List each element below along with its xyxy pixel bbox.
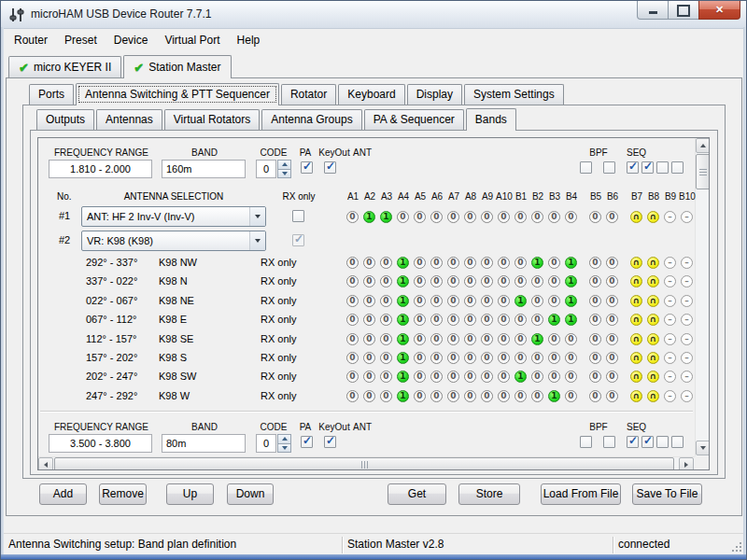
ant-state-indicator-A7[interactable]: 0 bbox=[447, 333, 459, 345]
ant-state-indicator-A3[interactable]: 0 bbox=[380, 371, 392, 383]
tab-rotator[interactable]: Rotator bbox=[281, 84, 336, 105]
ant-state-indicator-B10[interactable]: – bbox=[681, 257, 693, 269]
band-input[interactable] bbox=[162, 434, 246, 453]
ant-state-indicator-A10[interactable]: 0 bbox=[498, 371, 510, 383]
down-button[interactable]: Down bbox=[227, 483, 274, 505]
ant-state-indicator-A10[interactable]: 0 bbox=[498, 390, 510, 402]
ant-state-indicator-B10[interactable]: – bbox=[681, 333, 693, 345]
ant-state-indicator-A8[interactable]: 0 bbox=[464, 390, 476, 402]
ant-state-indicator-B7[interactable]: ∩ bbox=[630, 333, 642, 345]
seq-checkbox-1[interactable] bbox=[627, 436, 639, 448]
ant-state-indicator-B1[interactable]: 1 bbox=[514, 371, 527, 383]
code-input[interactable] bbox=[256, 434, 276, 453]
ant-state-indicator-A2[interactable]: 0 bbox=[363, 371, 375, 383]
device-tab-station-master[interactable]: ✔Station Master bbox=[123, 55, 231, 78]
ant-state-indicator-A9[interactable]: 0 bbox=[481, 352, 493, 364]
frequency-range-input[interactable] bbox=[49, 160, 152, 178]
ant-state-indicator-B6[interactable]: 0 bbox=[606, 333, 618, 345]
rx-only-checkbox[interactable] bbox=[292, 210, 304, 222]
ant-state-indicator-B4[interactable]: 0 bbox=[565, 352, 577, 364]
ant-state-indicator-A3[interactable]: 1 bbox=[380, 211, 392, 223]
ant-state-indicator-B6[interactable]: 0 bbox=[606, 275, 618, 287]
ant-state-indicator-B3[interactable]: 1 bbox=[548, 390, 560, 402]
ant-state-indicator-B8[interactable]: ∩ bbox=[647, 275, 659, 287]
ant-state-indicator-B7[interactable]: ∩ bbox=[630, 371, 642, 383]
ant-state-indicator-B4[interactable]: 0 bbox=[565, 371, 577, 383]
tab-antennas[interactable]: Antennas bbox=[96, 109, 162, 130]
ant-state-indicator-A3[interactable]: 0 bbox=[380, 333, 392, 345]
ant-state-indicator-A2[interactable]: 0 bbox=[363, 275, 375, 287]
ant-state-indicator-B1[interactable]: 0 bbox=[514, 314, 527, 326]
ant-state-indicator-A2[interactable]: 0 bbox=[363, 333, 375, 345]
ant-state-indicator-A4[interactable]: 1 bbox=[397, 390, 409, 402]
seq-checkbox-2[interactable] bbox=[641, 436, 654, 448]
ant-state-indicator-A5[interactable]: 0 bbox=[414, 295, 426, 307]
ant-state-indicator-A8[interactable]: 0 bbox=[464, 314, 476, 326]
ant-state-indicator-A1[interactable]: 0 bbox=[346, 211, 359, 223]
ant-state-indicator-A9[interactable]: 0 bbox=[481, 314, 493, 326]
tab-ports[interactable]: Ports bbox=[29, 84, 74, 105]
ant-state-indicator-A3[interactable]: 0 bbox=[380, 257, 392, 269]
ant-state-indicator-A1[interactable]: 0 bbox=[346, 390, 359, 402]
ant-state-indicator-A4[interactable]: 1 bbox=[397, 257, 409, 269]
remove-button[interactable]: Remove bbox=[99, 483, 147, 505]
ant-state-indicator-A5[interactable]: 0 bbox=[414, 371, 426, 383]
ant-state-indicator-B9[interactable]: – bbox=[664, 295, 676, 307]
ant-state-indicator-A6[interactable]: 0 bbox=[430, 314, 443, 326]
ant-state-indicator-A1[interactable]: 0 bbox=[346, 352, 359, 364]
tab-antenna-switching-ptt-sequencer[interactable]: Antenna Switching & PTT Sequencer bbox=[76, 83, 279, 105]
keyout-checkbox[interactable] bbox=[324, 436, 336, 448]
ant-state-indicator-A7[interactable]: 0 bbox=[447, 257, 459, 269]
ant-state-indicator-B5[interactable]: 0 bbox=[589, 275, 601, 287]
ant-state-indicator-A6[interactable]: 0 bbox=[430, 333, 443, 345]
ant-state-indicator-B5[interactable]: 0 bbox=[589, 211, 601, 223]
ant-state-indicator-A6[interactable]: 0 bbox=[430, 390, 443, 402]
device-tab-micro-keyer-ii[interactable]: ✔micro KEYER II bbox=[8, 56, 121, 77]
ant-state-indicator-A10[interactable]: 0 bbox=[498, 333, 510, 345]
menu-item-preset[interactable]: Preset bbox=[56, 31, 106, 49]
ant-state-indicator-A10[interactable]: 0 bbox=[498, 314, 510, 326]
ant-state-indicator-A7[interactable]: 0 bbox=[447, 371, 459, 383]
resize-grip[interactable] bbox=[730, 542, 741, 553]
ant-state-indicator-B3[interactable]: 0 bbox=[548, 257, 560, 269]
menu-item-device[interactable]: Device bbox=[106, 31, 157, 49]
ant-state-indicator-B6[interactable]: 0 bbox=[606, 371, 618, 383]
antenna-selection-dropdown[interactable]: ANT: HF 2 Inv-V (Inv-V) bbox=[81, 206, 266, 227]
ant-state-indicator-B2[interactable]: 0 bbox=[531, 295, 543, 307]
ant-state-indicator-B8[interactable]: ∩ bbox=[647, 257, 659, 269]
ant-state-indicator-A3[interactable]: 0 bbox=[380, 275, 392, 287]
ant-state-indicator-A5[interactable]: 0 bbox=[414, 275, 426, 287]
add-button[interactable]: Add bbox=[39, 483, 87, 505]
ant-state-indicator-B4[interactable]: 1 bbox=[565, 295, 577, 307]
ant-state-indicator-B9[interactable]: – bbox=[664, 390, 676, 402]
ant-state-indicator-A7[interactable]: 0 bbox=[447, 390, 459, 402]
tab-display[interactable]: Display bbox=[407, 84, 462, 105]
spinner-down-button[interactable] bbox=[277, 443, 291, 454]
minimize-button[interactable] bbox=[637, 1, 669, 20]
menu-item-virtual-port[interactable]: Virtual Port bbox=[156, 31, 228, 49]
ant-state-indicator-B9[interactable]: – bbox=[664, 257, 676, 269]
ant-state-indicator-A3[interactable]: 0 bbox=[380, 352, 392, 364]
ant-state-indicator-A9[interactable]: 0 bbox=[481, 390, 493, 402]
seq-checkbox-4[interactable] bbox=[671, 436, 684, 448]
ant-state-indicator-B7[interactable]: ∩ bbox=[630, 211, 642, 223]
code-input[interactable] bbox=[256, 160, 276, 178]
ant-state-indicator-B9[interactable]: – bbox=[664, 333, 676, 345]
ant-state-indicator-B8[interactable]: ∩ bbox=[647, 314, 659, 326]
ant-state-indicator-A8[interactable]: 0 bbox=[464, 352, 476, 364]
ant-state-indicator-A5[interactable]: 0 bbox=[414, 314, 426, 326]
ant-state-indicator-B4[interactable]: 0 bbox=[565, 211, 577, 223]
title-bar[interactable]: microHAM USB Device Router 7.7.1 bbox=[1, 1, 746, 29]
ant-state-indicator-A5[interactable]: 0 bbox=[414, 352, 426, 364]
ant-state-indicator-B4[interactable]: 1 bbox=[565, 314, 577, 326]
vertical-scrollbar[interactable] bbox=[695, 138, 710, 456]
ant-state-indicator-A10[interactable]: 0 bbox=[498, 352, 510, 364]
ant-state-indicator-A1[interactable]: 0 bbox=[346, 371, 359, 383]
ant-state-indicator-B5[interactable]: 0 bbox=[589, 352, 601, 364]
seq-checkbox-1[interactable] bbox=[627, 161, 639, 174]
ant-state-indicator-B6[interactable]: 0 bbox=[606, 352, 618, 364]
ant-state-indicator-A8[interactable]: 0 bbox=[464, 371, 476, 383]
ant-state-indicator-A5[interactable]: 0 bbox=[414, 211, 426, 223]
ant-state-indicator-B4[interactable]: 1 bbox=[565, 275, 577, 287]
ant-state-indicator-A5[interactable]: 0 bbox=[414, 333, 426, 345]
